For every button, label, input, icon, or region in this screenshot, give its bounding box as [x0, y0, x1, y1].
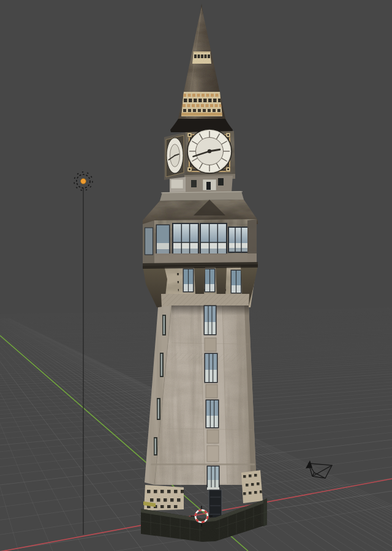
- 3d-viewport[interactable]: [0, 0, 392, 551]
- shaft-window: [204, 305, 217, 335]
- clock-face-front: [187, 129, 232, 173]
- gallery-window: [172, 223, 199, 255]
- observation-gallery: [143, 219, 258, 268]
- corbel-windows: [183, 269, 242, 294]
- base-checker-right: [241, 470, 263, 503]
- clock-face-side: [167, 138, 183, 173]
- light-origin-dot[interactable]: [81, 179, 86, 184]
- shaft-window: [206, 400, 219, 429]
- base-window: [207, 466, 220, 489]
- base-checker-left: [144, 485, 184, 511]
- shaft-panel: [207, 430, 219, 443]
- corbel-section: [143, 264, 258, 307]
- shaft-panel: [206, 384, 217, 398]
- gallery-windows: [156, 223, 249, 255]
- shaft-panel: [205, 338, 216, 351]
- corbel-window: [183, 269, 194, 293]
- gallery-window: [200, 223, 227, 255]
- shaft-panel: [207, 446, 219, 462]
- clock-section: [164, 129, 235, 180]
- corbel-window: [205, 269, 216, 293]
- gallery-window-side: [145, 228, 153, 255]
- shaft-window: [205, 353, 218, 383]
- gallery-window: [156, 225, 170, 255]
- tower-shaft: [145, 305, 257, 485]
- corbel-window: [231, 270, 242, 294]
- gallery-window: [228, 227, 249, 253]
